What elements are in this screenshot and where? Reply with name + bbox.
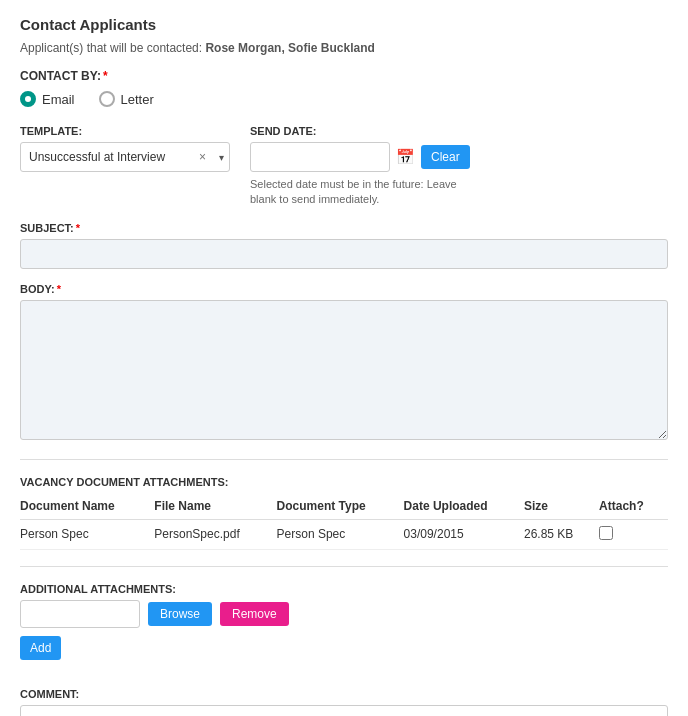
send-date-label: SEND DATE: [250,125,668,137]
table-row: Person Spec PersonSpec.pdf Person Spec 0… [20,519,668,549]
docs-table-header: Document Name File Name Document Type Da… [20,493,668,520]
required-star-subject: * [76,222,80,234]
divider-2 [20,566,668,567]
subject-field: SUBJECT:* [20,222,668,269]
applicants-names: Rose Morgan, Sofie Buckland [205,41,374,55]
radio-email[interactable]: Email [20,91,75,107]
body-field: BODY:* [20,283,668,443]
cell-attach[interactable] [599,519,668,549]
col-document-name: Document Name [20,493,154,520]
contact-by-row: Email Letter [20,91,668,107]
additional-attachments-section: ADDITIONAL ATTACHMENTS: Browse Remove Ad… [20,583,668,674]
cell-date-uploaded: 03/09/2015 [404,519,524,549]
radio-email-label: Email [42,92,75,107]
attachment-row: Browse Remove [20,600,668,628]
docs-table: Document Name File Name Document Type Da… [20,493,668,550]
page-title: Contact Applicants [20,16,668,33]
cell-document-type: Person Spec [277,519,404,549]
applicants-prefix: Applicant(s) that will be contacted: [20,41,202,55]
body-textarea[interactable] [20,300,668,440]
template-label: TEMPLATE: [20,125,230,137]
comment-label: COMMENT: [20,688,668,700]
divider-1 [20,459,668,460]
vacancy-docs-label: VACANCY DOCUMENT ATTACHMENTS: [20,476,668,488]
required-star-contact-by: * [103,69,108,83]
col-date-uploaded: Date Uploaded [404,493,524,520]
send-date-wrapper: 📅 Clear [250,142,668,172]
remove-button[interactable]: Remove [220,602,289,626]
calendar-icon[interactable]: 📅 [396,148,415,166]
radio-letter-circle[interactable] [99,91,115,107]
col-attach: Attach? [599,493,668,520]
cell-size: 26.85 KB [524,519,599,549]
file-input[interactable] [20,600,140,628]
send-date-hint: Selected date must be in the future: Lea… [250,177,470,208]
contact-by-label: CONTACT BY:* [20,69,668,83]
required-star-body: * [57,283,61,295]
send-date-input[interactable] [250,142,390,172]
subject-label: SUBJECT:* [20,222,668,234]
col-file-name: File Name [154,493,276,520]
send-date-clear-button[interactable]: Clear [421,145,470,169]
comment-field: COMMENT: [20,688,668,716]
send-date-col: SEND DATE: 📅 Clear Selected date must be… [250,125,668,208]
col-size: Size [524,493,599,520]
radio-email-circle[interactable] [20,91,36,107]
body-label: BODY:* [20,283,668,295]
template-senddate-row: TEMPLATE: Unsuccessful at Interview × ▾ … [20,125,668,208]
template-select-wrapper: Unsuccessful at Interview × ▾ [20,142,230,172]
vacancy-docs-section: VACANCY DOCUMENT ATTACHMENTS: Document N… [20,476,668,550]
template-clear-button[interactable]: × [197,150,208,164]
radio-letter[interactable]: Letter [99,91,154,107]
cell-document-name: Person Spec [20,519,154,549]
additional-attachments-label: ADDITIONAL ATTACHMENTS: [20,583,668,595]
cell-file-name: PersonSpec.pdf [154,519,276,549]
col-document-type: Document Type [277,493,404,520]
attach-checkbox[interactable] [599,526,613,540]
applicants-line: Applicant(s) that will be contacted: Ros… [20,41,668,55]
browse-button[interactable]: Browse [148,602,212,626]
template-col: TEMPLATE: Unsuccessful at Interview × ▾ [20,125,230,172]
subject-input[interactable] [20,239,668,269]
radio-letter-label: Letter [121,92,154,107]
add-button[interactable]: Add [20,636,61,660]
comment-textarea[interactable] [20,705,668,716]
